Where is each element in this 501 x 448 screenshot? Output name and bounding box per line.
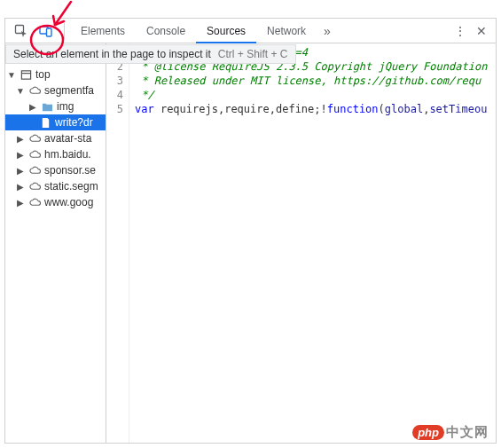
- code-token: var: [135, 103, 154, 115]
- tree-label: write?dr: [55, 116, 93, 129]
- code-line: * Released under MIT license, https://gi…: [135, 75, 481, 87]
- folder-icon: [41, 100, 53, 113]
- watermark: php 中文网: [412, 424, 489, 441]
- svg-rect-3: [21, 70, 30, 78]
- device-toggle-icon[interactable]: [34, 19, 59, 43]
- tree-domain-sponsor[interactable]: ▶ sponsor.se: [5, 162, 106, 178]
- tree-domain-static[interactable]: ▶ static.segm: [5, 178, 106, 194]
- code-token: setTimeou: [429, 103, 487, 115]
- tabs-overflow-icon[interactable]: »: [317, 24, 338, 38]
- cloud-icon: [28, 196, 41, 208]
- tree-domain-hm[interactable]: ▶ hm.baidu.: [5, 146, 106, 162]
- inspect-element-icon[interactable]: [9, 19, 34, 43]
- line-number: 5: [106, 102, 123, 116]
- code-token: global: [385, 103, 423, 115]
- tree-label: top: [35, 68, 51, 81]
- chevron-right-icon: ▶: [16, 150, 25, 160]
- line-gutter: 1 2 3 4 5: [106, 43, 129, 443]
- chevron-right-icon: ▶: [16, 134, 25, 144]
- cloud-icon: [28, 164, 41, 177]
- chevron-right-icon: ▶: [16, 198, 25, 208]
- tree-domain-google[interactable]: ▶ www.goog: [5, 194, 106, 210]
- tree-label: avatar-sta: [44, 132, 91, 145]
- line-number: 4: [106, 88, 123, 102]
- inspect-tooltip: Select an element in the page to inspect…: [5, 44, 296, 64]
- tree-label: www.goog: [44, 196, 93, 208]
- code-token: requirejs,require,define;!: [154, 103, 327, 115]
- line-number: 3: [106, 74, 123, 88]
- tree-label: hm.baidu.: [44, 148, 91, 161]
- tree-label: segmentfa: [44, 84, 94, 97]
- divider: [64, 23, 65, 39]
- tab-sources[interactable]: Sources: [196, 19, 256, 43]
- code-token: (: [379, 103, 385, 115]
- devtools-tabbar: Elements Console Sources Network » ⋮ ✕: [5, 19, 496, 43]
- watermark-text: 中文网: [446, 424, 489, 441]
- close-devtools-icon[interactable]: ✕: [471, 24, 492, 38]
- tooltip-shortcut: Ctrl + Shift + C: [218, 48, 288, 60]
- cloud-icon: [28, 84, 41, 97]
- cloud-icon: [28, 180, 41, 193]
- tree-domain-avatar[interactable]: ▶ avatar-sta: [5, 130, 106, 146]
- tab-network[interactable]: Network: [256, 19, 317, 43]
- file-navigator[interactable]: ▼ top ▼ segmentfa ▶ img: [5, 43, 106, 443]
- tree-label: sponsor.se: [44, 164, 96, 177]
- sources-body: ▼ top ▼ segmentfa ▶ img: [5, 43, 496, 443]
- frame-icon: [20, 68, 32, 81]
- tab-console[interactable]: Console: [136, 19, 196, 43]
- tree-file-write[interactable]: write?dr: [5, 114, 106, 130]
- watermark-badge: php: [412, 425, 444, 440]
- devtools-panel: Elements Console Sources Network » ⋮ ✕ ▼…: [4, 18, 497, 444]
- tooltip-text: Select an element in the page to inspect…: [13, 48, 211, 60]
- file-icon: [39, 116, 51, 129]
- tree-top-frame[interactable]: ▼ top: [5, 67, 106, 83]
- tree-domain-segmentfault[interactable]: ▼ segmentfa: [5, 83, 106, 98]
- chevron-right-icon: ▶: [16, 182, 25, 192]
- code-content[interactable]: /** vim: et:ts=4:sw=4:sts=4 * @license R…: [129, 43, 496, 443]
- cloud-icon: [28, 148, 41, 161]
- cloud-icon: [28, 132, 41, 145]
- chevron-down-icon: ▼: [16, 86, 25, 96]
- tab-elements[interactable]: Elements: [70, 19, 136, 43]
- chevron-right-icon: ▶: [28, 102, 37, 112]
- more-options-icon[interactable]: ⋮: [450, 24, 471, 38]
- code-token: function: [327, 103, 379, 115]
- tree-label: img: [57, 100, 74, 113]
- code-line: */: [135, 89, 154, 101]
- chevron-right-icon: ▶: [16, 166, 25, 176]
- svg-rect-2: [47, 28, 52, 36]
- chevron-down-icon: ▼: [7, 70, 16, 80]
- tree-folder-img[interactable]: ▶ img: [5, 98, 106, 114]
- code-editor[interactable]: 1 2 3 4 5 /** vim: et:ts=4:sw=4:sts=4 * …: [106, 43, 496, 443]
- tree-label: static.segm: [44, 180, 98, 193]
